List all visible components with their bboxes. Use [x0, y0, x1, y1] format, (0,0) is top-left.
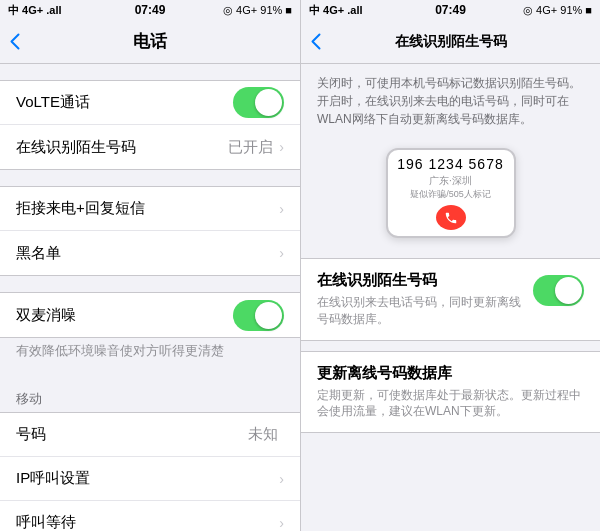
left-settings-list: VoLTE通话 在线识别陌生号码 已开启 › 拒接来电+回复短信 › 黑名单 › — [0, 64, 300, 531]
blacklist-item[interactable]: 黑名单 › — [0, 231, 300, 275]
left-group-3: 双麦消噪 — [0, 292, 300, 338]
volte-label: VoLTE通话 — [16, 93, 233, 112]
left-signal: 中 4G+ .all — [8, 3, 62, 18]
online-id-toggle-knob — [555, 277, 582, 304]
online-id-section-desc: 在线识别来去电话号码，同时更新离线号码数据库。 — [317, 294, 523, 328]
online-id-section-title: 在线识别陌生号码 — [317, 271, 523, 290]
left-group-mobile: 号码 未知 IP呼叫设置 › 呼叫等待 › 呼叫转移 › 呼叫限制 › — [0, 412, 300, 531]
right-section-1: 在线识别陌生号码 在线识别来去电话号码，同时更新离线号码数据库。 — [301, 258, 600, 341]
left-screen: 中 4G+ .all 07:49 ◎ 4G+ 91% ■ 电话 VoLTE通话 … — [0, 0, 300, 531]
caller-number: 196 1234 5678 — [397, 156, 503, 172]
blacklist-label: 黑名单 — [16, 244, 279, 263]
call-wait-item[interactable]: 呼叫等待 › — [0, 501, 300, 531]
online-id-toggle[interactable] — [533, 275, 584, 306]
right-time: 07:49 — [435, 3, 466, 17]
right-nav-title: 在线识别陌生号码 — [395, 33, 507, 51]
volte-item[interactable]: VoLTE通话 — [0, 81, 300, 125]
online-id-item[interactable]: 在线识别陌生号码 已开启 › — [0, 125, 300, 169]
volte-knob — [255, 89, 282, 116]
ip-call-label: IP呼叫设置 — [16, 469, 279, 488]
online-id-chevron: › — [279, 139, 284, 155]
update-db-title: 更新离线号码数据库 — [317, 364, 584, 383]
left-nav-title: 电话 — [133, 30, 167, 53]
right-content: 关闭时，可使用本机号码标记数据识别陌生号码。开启时，在线识别来去电的电话号码，同… — [301, 64, 600, 531]
number-label: 号码 — [16, 425, 248, 444]
call-wait-label: 呼叫等待 — [16, 513, 279, 531]
dual-mic-subtext: 有效降低环境噪音使对方听得更清楚 — [0, 338, 300, 368]
caller-location: 广东·深圳 — [429, 174, 472, 188]
phone-mockup: 196 1234 5678 广东·深圳 疑似诈骗/505人标记 — [386, 148, 516, 238]
left-group-2: 拒接来电+回复短信 › 黑名单 › — [0, 186, 300, 276]
call-decline-button[interactable] — [436, 205, 466, 230]
ip-call-item[interactable]: IP呼叫设置 › — [0, 457, 300, 501]
left-status-bar: 中 4G+ .all 07:49 ◎ 4G+ 91% ■ — [0, 0, 300, 20]
reject-label: 拒接来电+回复短信 — [16, 199, 279, 218]
dual-mic-knob — [255, 302, 282, 329]
volte-toggle[interactable] — [233, 87, 284, 118]
online-id-label: 在线识别陌生号码 — [16, 138, 228, 157]
call-wait-chevron: › — [279, 515, 284, 531]
reject-chevron: › — [279, 201, 284, 217]
dual-mic-item[interactable]: 双麦消噪 — [0, 293, 300, 337]
online-id-section-text: 在线识别陌生号码 在线识别来去电话号码，同时更新离线号码数据库。 — [317, 271, 523, 328]
right-section-2: 更新离线号码数据库 定期更新，可使数据库处于最新状态。更新过程中会使用流量，建议… — [301, 351, 600, 434]
left-group-1: VoLTE通话 在线识别陌生号码 已开启 › — [0, 80, 300, 170]
mobile-section-header: 移动 — [0, 384, 300, 412]
left-back-button[interactable] — [10, 33, 20, 50]
dual-mic-toggle[interactable] — [233, 300, 284, 331]
right-signal: 中 4G+ .all — [309, 3, 363, 18]
phone-mockup-container: 196 1234 5678 广东·深圳 疑似诈骗/505人标记 — [301, 138, 600, 248]
number-item: 号码 未知 — [0, 413, 300, 457]
right-status-bar: 中 4G+ .all 07:49 ◎ 4G+ 91% ■ — [301, 0, 600, 20]
caller-desc: 疑似诈骗/505人标记 — [410, 188, 491, 201]
right-nav-bar: 在线识别陌生号码 — [301, 20, 600, 64]
ip-call-chevron: › — [279, 471, 284, 487]
blacklist-chevron: › — [279, 245, 284, 261]
left-nav-bar: 电话 — [0, 20, 300, 64]
right-description: 关闭时，可使用本机号码标记数据识别陌生号码。开启时，在线识别来去电的电话号码，同… — [301, 64, 600, 138]
right-back-button[interactable] — [311, 33, 321, 50]
right-screen: 中 4G+ .all 07:49 ◎ 4G+ 91% ■ 在线识别陌生号码 关闭… — [300, 0, 600, 531]
left-battery: ◎ 4G+ 91% ■ — [223, 4, 292, 17]
number-value: 未知 — [248, 425, 278, 444]
right-battery: ◎ 4G+ 91% ■ — [523, 4, 592, 17]
dual-mic-label: 双麦消噪 — [16, 306, 233, 325]
update-db-desc: 定期更新，可使数据库处于最新状态。更新过程中会使用流量，建议在WLAN下更新。 — [317, 387, 584, 421]
online-id-value: 已开启 — [228, 138, 273, 157]
reject-item[interactable]: 拒接来电+回复短信 › — [0, 187, 300, 231]
online-id-row: 在线识别陌生号码 在线识别来去电话号码，同时更新离线号码数据库。 — [317, 271, 584, 328]
left-time: 07:49 — [135, 3, 166, 17]
